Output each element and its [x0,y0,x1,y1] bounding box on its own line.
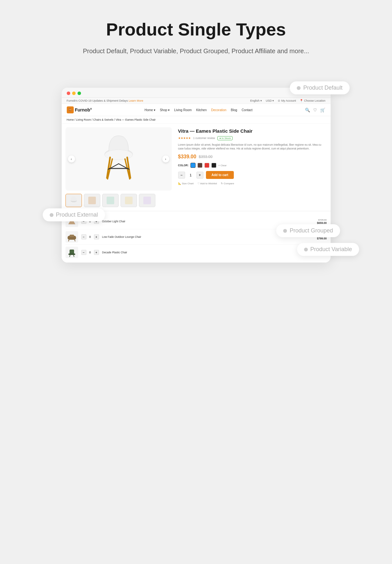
nav-item-home[interactable]: Home ▾ [145,108,155,112]
thumb-2[interactable] [84,194,100,207]
color-swatch-red[interactable] [204,163,209,168]
wishlist-link[interactable]: ♡ Add to Wishlist [197,182,217,185]
svg-rect-10 [88,197,96,204]
svg-line-21 [69,255,70,257]
grouped-product-row-3: − 0 + Decade Plastic Chair $149.00 $129.… [65,245,327,260]
thumb-3[interactable] [102,194,119,207]
grouped-qty-value-3: 0 [88,251,92,254]
compare-link[interactable]: ↻ Compare [221,182,234,185]
color-clear-button[interactable]: × Clear [218,164,227,167]
svg-line-22 [73,255,74,257]
top-bar: Furnob's COVID-19 Updates & Shipment Del… [62,98,331,104]
nav-item-shop[interactable]: Shop ▾ [160,108,170,112]
next-image-button[interactable]: › [162,155,169,162]
browser-dot-green [78,92,81,95]
nav-item-kitchen[interactable]: Kitchen [196,108,207,112]
grouped-qty-increase-2[interactable]: + [94,234,99,239]
nav-item-contact[interactable]: Contact [242,108,252,112]
nav-item-decoration[interactable]: Decoration [211,108,226,112]
badge-product-external: Product External [43,208,105,221]
product-layout: ‹ [62,124,331,211]
action-links: 📐 Size Chart ♡ Add to Wishlist ↻ Compare [178,182,326,185]
svg-rect-20 [68,254,75,255]
badge-product-variable: Product Variable [297,243,359,256]
price-row: $339.00 $393.00 [178,154,326,160]
quantity-selector: − 1 + Add to cart [178,171,326,179]
svg-line-17 [68,240,69,241]
svg-rect-13 [143,197,151,204]
nav-item-living-room[interactable]: Living Room [174,108,192,112]
site-logo[interactable]: 🪑 Furnob° [67,106,92,113]
color-label: COLOR: [178,164,189,167]
product-info: Vitra — Eames Plastic Side Chair ★★★★★ 1… [176,124,331,211]
product-description: Lorem ipsum dolor sit amet, feugiat deli… [178,143,326,151]
thumb-4[interactable] [121,194,137,207]
review-count: 1 customer review [193,136,215,140]
page-title: Product Single Types [106,19,286,40]
learn-more-link[interactable]: Learn More [129,99,143,102]
nav-item-blog[interactable]: Blog [231,108,237,112]
grouped-qty-2: − 0 + [81,234,99,239]
stock-status: ● In Stock [217,136,233,140]
thumb-1[interactable] [65,194,82,207]
color-swatch-blue[interactable] [190,163,196,168]
grouped-qty-decrease-2[interactable]: − [81,234,86,239]
product-title: Vitra — Eames Plastic Side Chair [178,128,326,134]
browser-dot-red [67,92,70,95]
original-price: $393.00 [199,155,212,159]
grouped-qty-increase-3[interactable]: + [94,250,99,255]
qty-increase-button[interactable]: + [196,172,203,179]
my-account-link[interactable]: ⊙ My Account [278,99,296,102]
svg-line-18 [74,240,75,241]
currency-selector[interactable]: USD ▾ [266,99,274,102]
grouped-qty-decrease-3[interactable]: − [81,250,86,255]
page-subtitle: Product Default, Product Variable, Produ… [83,46,309,56]
browser-dot-yellow [72,92,76,95]
svg-point-1 [105,150,133,160]
grouped-thumb-2 [65,231,78,243]
breadcrumb: Home / Living Room / Chairs & Swivels / … [62,116,331,124]
size-chart-link[interactable]: 📐 Size Chart [178,182,194,185]
badge-product-default: Product Default [290,81,349,94]
logo-text: Furnob° [75,107,92,112]
wishlist-icon[interactable]: ♡ [313,108,317,112]
cart-icon[interactable]: 🛒 [320,108,325,112]
color-selector: COLOR: × Clear [178,163,326,168]
color-swatch-brown[interactable] [197,163,202,168]
color-swatch-black[interactable] [211,163,216,168]
logo-icon: 🪑 [67,106,74,113]
grouped-qty-3: − 0 + [81,250,99,255]
svg-rect-11 [107,197,114,204]
main-product-image: ‹ [65,127,172,191]
grouped-thumb-3 [65,247,78,258]
language-selector[interactable]: English ▾ [250,99,262,102]
choose-location-link[interactable]: 📍 Choose Location [300,99,325,102]
grouped-product-price-1: $735.00 $659.00 [317,219,327,225]
site-content: Furnob's COVID-19 Updates & Shipment Del… [62,98,331,263]
qty-decrease-button[interactable]: − [178,172,185,179]
top-bar-right: English ▾ USD ▾ ⊙ My Account 📍 Choose Lo… [250,99,326,102]
svg-rect-16 [69,235,74,237]
add-to-cart-button[interactable]: Add to cart [206,171,234,179]
quantity-value: 1 [188,173,194,177]
thumb-5[interactable] [139,194,155,207]
nav-icons: 🔍 ♡ 🛒 [305,108,325,112]
thumbnail-row [65,194,172,207]
nav-menu: Home ▾ Shop ▾ Living Room Kitchen Decora… [145,108,252,112]
svg-rect-12 [125,197,133,204]
nav-bar: 🪑 Furnob° Home ▾ Shop ▾ Living Room Kitc… [62,104,331,116]
grouped-qty-value-2: 0 [88,235,92,238]
product-meta: ★★★★★ 1 customer review ● In Stock [178,136,326,140]
search-icon[interactable]: 🔍 [305,108,310,112]
badge-product-grouped: Product Grouped [276,224,340,237]
product-images: ‹ [62,124,176,211]
top-bar-left: Furnob's COVID-19 Updates & Shipment Del… [67,99,143,102]
current-price: $339.00 [178,154,196,160]
prev-image-button[interactable]: ‹ [68,155,75,162]
grouped-product-name-3: Decade Plastic Chair [102,251,314,254]
product-stars: ★★★★★ [178,136,191,140]
chair-illustration [98,132,139,186]
grouped-product-name-1: October Light Chair [102,220,314,223]
